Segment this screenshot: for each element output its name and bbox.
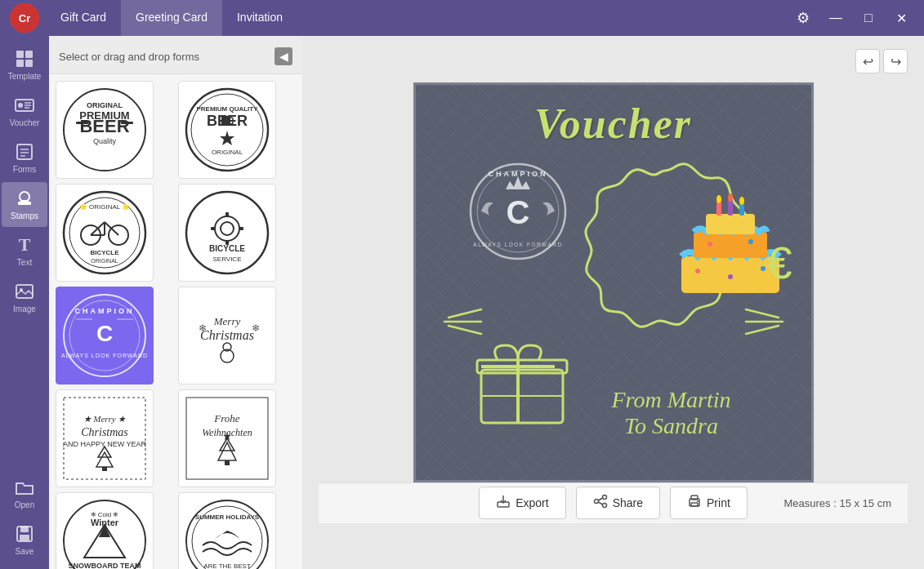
- stamp-merry-christmas-dark[interactable]: ★ Merry ★ Christmas AND HAPPY NEW YEAR: [56, 389, 154, 487]
- svg-point-112: [695, 269, 700, 273]
- svg-marker-34: [220, 131, 234, 145]
- svg-text:CHAMPION: CHAMPION: [488, 170, 547, 178]
- sidebar-item-forms[interactable]: Forms: [2, 136, 47, 180]
- close-button[interactable]: ✕: [888, 5, 914, 31]
- svg-line-134: [598, 502, 602, 505]
- svg-text:⭐ ORIGINAL ⭐: ⭐ ORIGINAL ⭐: [79, 202, 130, 211]
- export-button[interactable]: Export: [479, 487, 565, 519]
- svg-text:ARE THE BEST: ARE THE BEST: [203, 562, 251, 569]
- undo-button[interactable]: ↩: [855, 49, 880, 73]
- tab-gift-card[interactable]: Gift Card: [46, 0, 121, 36]
- voucher-canvas[interactable]: Voucher C CHAMPION ALWAYS LOOK FORWARD: [413, 82, 814, 482]
- stamp-premium-quality-beer[interactable]: PREMIUM QUALITY BEER ORIGINAL: [178, 81, 276, 179]
- svg-text:❄: ❄: [199, 322, 207, 334]
- voucher-icon: [15, 96, 34, 115]
- svg-rect-105: [706, 214, 755, 234]
- stamp-beer-original[interactable]: ORIGINAL PREMIUM BEER Quality: [56, 81, 154, 179]
- bottom-bar: Export Share Print Measures : 15 x 15 cm: [319, 482, 908, 523]
- svg-text:ORIGINAL: ORIGINAL: [212, 149, 243, 156]
- svg-rect-83: [225, 460, 230, 465]
- save-icon: [15, 524, 34, 544]
- svg-line-120: [746, 309, 779, 318]
- print-button[interactable]: Print: [670, 487, 748, 519]
- svg-point-111: [739, 197, 744, 205]
- champion-stamp-canvas[interactable]: C CHAMPION ALWAYS LOOK FORWARD: [465, 158, 571, 264]
- svg-text:Frohe: Frohe: [213, 412, 240, 425]
- stamp-merry-christmas-script[interactable]: Merry Christmas ❄ ❄: [178, 287, 276, 385]
- main-layout: Template Voucher Forms Stamps: [0, 36, 924, 569]
- svg-point-116: [748, 239, 753, 244]
- svg-text:BICYCLE: BICYCLE: [90, 249, 119, 256]
- minimize-button[interactable]: —: [823, 5, 849, 31]
- svg-text:ALWAYS LOOK FORWARD: ALWAYS LOOK FORWARD: [473, 242, 562, 247]
- stamps-icon: [15, 189, 34, 208]
- settings-button[interactable]: ⚙: [790, 5, 816, 31]
- sidebar-item-voucher[interactable]: Voucher: [2, 89, 47, 134]
- svg-point-114: [728, 274, 733, 279]
- svg-point-131: [594, 500, 598, 504]
- svg-rect-21: [20, 527, 29, 532]
- canvas-area: ↩ ↪ Voucher: [302, 36, 924, 569]
- svg-text:BEER: BEER: [79, 116, 129, 136]
- tab-greeting-card[interactable]: Greeting Card: [121, 0, 222, 36]
- svg-marker-82: [220, 438, 234, 451]
- image-label: Image: [13, 305, 36, 313]
- window-controls: ⚙ — □ ✕: [790, 5, 914, 31]
- print-icon: [687, 494, 702, 512]
- svg-point-51: [221, 222, 234, 235]
- svg-rect-2: [16, 51, 24, 58]
- stamp-frohe-weihnachten[interactable]: Frohe Weihnachten: [178, 389, 276, 487]
- stamp-cold-winter[interactable]: SNOWBOARD TEAM ❄ Cold ❄ Winter: [56, 492, 154, 569]
- svg-point-30: [186, 89, 268, 171]
- svg-point-115: [708, 242, 712, 247]
- svg-marker-75: [96, 452, 113, 467]
- to-text: To Sandra: [612, 413, 731, 439]
- sidebar-item-stamps[interactable]: Stamps: [2, 182, 47, 227]
- svg-text:BICYCLE: BICYCLE: [209, 244, 245, 253]
- stamp-summer-holidays[interactable]: ARE THE BEST SUMMER HOLIDAYS: [178, 492, 276, 569]
- export-icon: [496, 494, 511, 512]
- sidebar: Template Voucher Forms Stamps: [0, 36, 49, 569]
- stamp-bicycle-service[interactable]: BICYCLE SERVICE: [178, 184, 276, 282]
- svg-rect-5: [25, 60, 33, 67]
- sidebar-item-open[interactable]: Open: [2, 471, 47, 516]
- svg-text:Christmas: Christmas: [200, 328, 254, 342]
- template-icon: [15, 49, 34, 69]
- svg-text:PREMIUM QUALITY: PREMIUM QUALITY: [196, 105, 258, 113]
- voucher-label: Voucher: [10, 118, 40, 127]
- save-label: Save: [16, 547, 34, 556]
- sidebar-item-text[interactable]: T Text: [2, 229, 47, 273]
- svg-text:ALWAYS LOOK FORWARD: ALWAYS LOOK FORWARD: [61, 353, 148, 358]
- sidebar-item-template[interactable]: Template: [2, 42, 47, 87]
- tab-invitation[interactable]: Invitation: [222, 0, 297, 36]
- deco-rays-right: [738, 297, 787, 349]
- svg-point-91: [186, 500, 268, 569]
- svg-text:Christmas: Christmas: [81, 426, 128, 438]
- svg-rect-28: [76, 122, 88, 124]
- svg-text:ORIGINAL: ORIGINAL: [87, 101, 123, 109]
- svg-rect-104: [694, 232, 767, 258]
- svg-text:C: C: [506, 194, 529, 230]
- svg-rect-136: [691, 496, 698, 500]
- svg-rect-29: [121, 122, 133, 124]
- from-to-container: From Martin To Sandra: [612, 387, 731, 439]
- sidebar-item-save[interactable]: Save: [2, 518, 47, 562]
- svg-line-42: [91, 222, 105, 235]
- svg-rect-17: [20, 200, 29, 202]
- svg-text:Winter: Winter: [91, 518, 119, 527]
- sidebar-item-image[interactable]: Image: [2, 275, 47, 320]
- gift-box: [473, 329, 571, 427]
- redo-button[interactable]: ↪: [883, 49, 908, 73]
- stamp-champion[interactable]: CHAMPION C ALWAYS LOOK FORWARD: [56, 287, 154, 385]
- svg-text:SNOWBOARD TEAM: SNOWBOARD TEAM: [69, 562, 141, 569]
- collapse-panel-button[interactable]: ◀: [275, 47, 292, 65]
- template-label: Template: [8, 72, 42, 81]
- svg-text:CHAMPION: CHAMPION: [75, 307, 135, 315]
- stamps-panel-title: Select or drag and drop forms: [59, 51, 199, 63]
- stamp-bicycle-original[interactable]: BICYCLE ORIGINAL ⭐ ORIGINAL ⭐: [56, 184, 154, 282]
- share-button[interactable]: Share: [576, 487, 660, 519]
- export-label: Export: [516, 496, 548, 509]
- svg-rect-11: [17, 144, 32, 159]
- maximize-button[interactable]: □: [855, 5, 882, 31]
- tab-bar: Gift Card Greeting Card Invitation: [46, 0, 790, 36]
